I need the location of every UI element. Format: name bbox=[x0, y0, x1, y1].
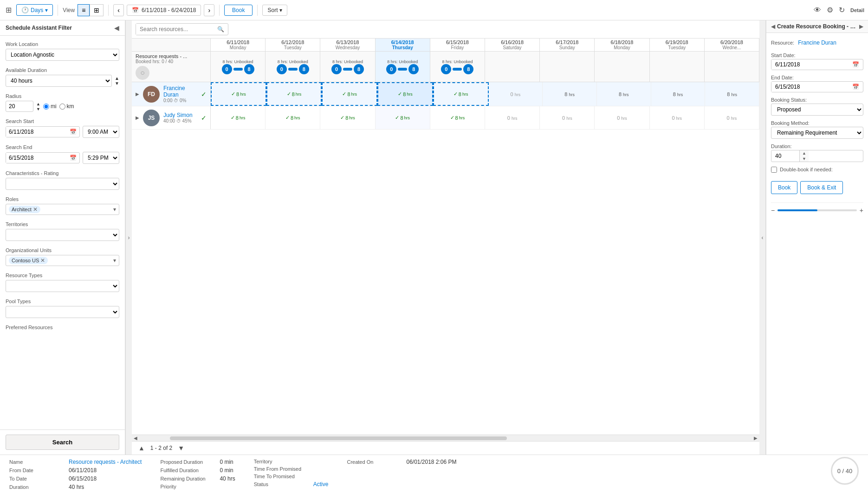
francine-cell-3[interactable]: ✓ 8 hrs bbox=[377, 82, 433, 106]
judy-cell-3[interactable]: ✓ 8 hrs bbox=[376, 106, 430, 129]
next-page[interactable]: ▼ bbox=[175, 443, 187, 453]
available-duration-select[interactable]: 40 hours bbox=[6, 75, 112, 87]
book-button-toolbar[interactable]: Book bbox=[224, 5, 253, 16]
list-view-button[interactable]: ≡ bbox=[78, 4, 90, 16]
zoom-slider[interactable] bbox=[777, 209, 857, 211]
judy-cell-5[interactable]: 0 hrs bbox=[485, 106, 540, 129]
zoom-out-icon[interactable]: − bbox=[771, 207, 775, 214]
search-start-time-select[interactable]: 9:00 AM bbox=[83, 126, 119, 138]
calendar-icon-end[interactable]: 📅 bbox=[67, 153, 79, 163]
h-scrollbar[interactable]: ◀ ▶ bbox=[132, 435, 759, 441]
proposed-field: Proposed Duration 0 min bbox=[160, 459, 235, 465]
start-date-input[interactable] bbox=[771, 59, 849, 70]
settings-icon[interactable]: ⚙ bbox=[827, 6, 833, 14]
radius-input[interactable] bbox=[6, 101, 33, 112]
grid-date-header: 6/11/2018 Monday 6/12/2018 Tuesday 6/13/… bbox=[132, 39, 759, 52]
scroll-right[interactable]: ▶ bbox=[752, 436, 759, 441]
work-location-select[interactable]: Location Agnostic bbox=[6, 49, 119, 61]
duration-input[interactable] bbox=[771, 151, 799, 161]
radius-label: Radius bbox=[6, 93, 119, 99]
francine-cell-2[interactable]: ✓ 8 hrs bbox=[322, 82, 377, 106]
francine-cell-6[interactable]: 8 hrs bbox=[543, 82, 597, 106]
characteristics-select[interactable] bbox=[6, 178, 119, 190]
francine-cell-7[interactable]: 8 hrs bbox=[597, 82, 651, 106]
judy-cell-0[interactable]: ✓ 8 hrs bbox=[211, 106, 266, 129]
book-exit-button[interactable]: Book & Exit bbox=[800, 181, 843, 194]
sort-button[interactable]: Sort ▾ bbox=[262, 5, 287, 16]
search-button[interactable]: Search bbox=[6, 435, 119, 450]
start-date-cal-icon[interactable]: 📅 bbox=[849, 59, 863, 70]
architect-tag-remove[interactable]: ✕ bbox=[33, 206, 38, 213]
resource-types-select[interactable] bbox=[6, 280, 119, 292]
status-value[interactable]: Active bbox=[313, 481, 329, 488]
expand-arrow-judy[interactable]: ▶ bbox=[136, 115, 139, 120]
duration-up[interactable]: ▲ bbox=[800, 150, 809, 156]
pool-types-select[interactable] bbox=[6, 306, 119, 318]
judy-cell-6[interactable]: 0 hrs bbox=[540, 106, 595, 129]
end-date-cal-icon[interactable]: 📅 bbox=[849, 82, 863, 92]
double-book-row: Double-book if needed: bbox=[771, 167, 863, 173]
prev-date-button[interactable]: ‹ bbox=[113, 4, 124, 16]
expand-arrow[interactable]: ▶ bbox=[136, 91, 139, 97]
panel-collapse-handle[interactable]: › bbox=[125, 20, 132, 455]
judy-cell-9[interactable]: 0 hrs bbox=[705, 106, 759, 129]
booking-method-select[interactable]: Remaining Requirement Full Requirement bbox=[771, 127, 863, 139]
judy-cell-8[interactable]: 0 hrs bbox=[650, 106, 705, 129]
search-icon[interactable]: 🔍 bbox=[214, 24, 228, 35]
double-book-checkbox[interactable] bbox=[771, 167, 777, 173]
date-range-button[interactable]: 📅 6/11/2018 - 6/24/2018 bbox=[127, 5, 201, 16]
scrollbar-thumb[interactable] bbox=[170, 436, 507, 440]
name-value[interactable]: Resource requests - Architect bbox=[69, 459, 142, 465]
bottom-col-4: Created On 06/01/2018 2:06 PM bbox=[347, 459, 456, 490]
contoso-tag-remove[interactable]: ✕ bbox=[40, 257, 45, 264]
prev-page[interactable]: ▲ bbox=[136, 443, 148, 453]
resource-requests-row: Resource requests - ... Booked hrs: 0 / … bbox=[132, 52, 759, 82]
grid-icon[interactable]: ⊞ bbox=[4, 4, 13, 16]
judy-cell-2[interactable]: ✓ 8 hrs bbox=[320, 106, 375, 129]
details-icon[interactable]: Detail bbox=[850, 7, 864, 13]
fulfilled-value: 0 min bbox=[220, 467, 233, 474]
date-col-5: 6/16/2018 Saturday bbox=[485, 39, 540, 51]
filter-panel-collapse[interactable]: ◀ bbox=[114, 24, 119, 32]
judy-cell-7[interactable]: 0 hrs bbox=[595, 106, 649, 129]
judy-cell-4[interactable]: ✓ 8 hrs bbox=[430, 106, 485, 129]
territories-select[interactable] bbox=[6, 229, 119, 241]
radius-km-radio[interactable] bbox=[59, 104, 65, 110]
scroll-left[interactable]: ◀ bbox=[132, 436, 139, 441]
radius-mi-radio[interactable] bbox=[43, 104, 49, 110]
francine-cell-0[interactable]: ✓ 8 hrs bbox=[211, 82, 266, 106]
eye-icon[interactable]: 👁 bbox=[814, 6, 821, 14]
judy-cell-1[interactable]: ✓ 8 hrs bbox=[266, 106, 320, 129]
francine-cell-4[interactable]: ✓ 8 hrs bbox=[433, 82, 489, 106]
end-date-input[interactable] bbox=[771, 82, 849, 92]
search-end-time-select[interactable]: 5:29 PM bbox=[83, 152, 119, 164]
grid-view-button[interactable]: ⊞ bbox=[90, 4, 104, 16]
down-arrow[interactable]: ▼ bbox=[36, 107, 40, 111]
resource-search-input[interactable] bbox=[136, 24, 214, 35]
booking-status-select[interactable]: Proposed Committed bbox=[771, 104, 863, 116]
book-button[interactable]: Book bbox=[771, 181, 797, 194]
booking-panel-expand[interactable]: ◀ bbox=[771, 23, 775, 30]
duration-down[interactable]: ▼ bbox=[800, 156, 809, 162]
org-units-dropdown-arrow[interactable]: ▾ bbox=[113, 257, 116, 264]
days-button[interactable]: 🕐 Days ▾ bbox=[16, 4, 53, 16]
search-end-date-input[interactable] bbox=[6, 153, 67, 163]
francine-name[interactable]: Francine Duran bbox=[163, 85, 197, 98]
francine-cell-1[interactable]: ✓ 8 hrs bbox=[266, 82, 322, 106]
francine-cell-8[interactable]: 8 hrs bbox=[651, 82, 706, 106]
judy-name[interactable]: Judy Simon bbox=[163, 112, 197, 118]
francine-cell-5[interactable]: 0 hrs bbox=[489, 82, 543, 106]
calendar-icon-start[interactable]: 📅 bbox=[67, 127, 79, 137]
roles-dropdown-arrow[interactable]: ▾ bbox=[113, 206, 116, 213]
search-end-label: Search End bbox=[6, 144, 119, 150]
zoom-in-icon[interactable]: + bbox=[860, 207, 863, 214]
search-start-date-input[interactable] bbox=[6, 127, 67, 137]
refresh-icon[interactable]: ↻ bbox=[839, 6, 845, 14]
next-date-button[interactable]: › bbox=[204, 4, 214, 16]
roles-section: Roles Architect ✕ ▾ bbox=[6, 196, 119, 215]
booking-panel-arrow[interactable]: ▶ bbox=[859, 23, 863, 30]
up-arrow[interactable]: ▲ bbox=[36, 102, 40, 106]
top-right-icons: 👁 ⚙ ↻ Detail bbox=[814, 6, 864, 14]
francine-cell-9[interactable]: 8 hrs bbox=[705, 82, 759, 106]
right-panel-collapse[interactable]: ‹ bbox=[759, 20, 766, 455]
